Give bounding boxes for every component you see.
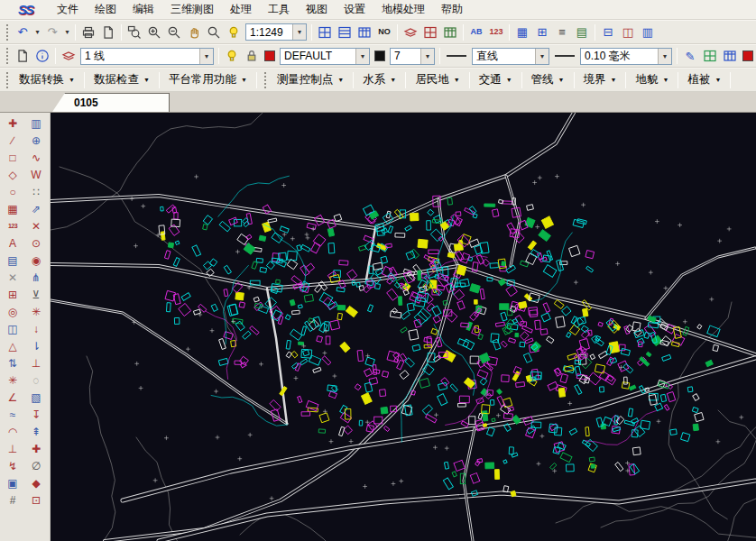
menu-item-1[interactable]: 绘图 [87, 0, 124, 20]
cass-tool-button-1[interactable]: 数据检查▼ [88, 69, 156, 91]
undo-icon[interactable]: ↶ [13, 23, 32, 42]
menu-item-2[interactable]: 编辑 [124, 0, 162, 20]
menu-item-0[interactable]: 文件 [49, 0, 87, 20]
toolbar-grip[interactable] [5, 47, 9, 65]
layer-states-icon[interactable] [440, 23, 460, 42]
xor-icon[interactable]: ⊻ [26, 286, 46, 303]
rectangle-icon[interactable]: □ [3, 149, 23, 166]
fork-icon[interactable]: ⋔ [26, 269, 46, 286]
solid-diamond-icon[interactable]: ◆ [26, 474, 46, 491]
circle-icon[interactable]: ○ [3, 183, 23, 200]
zoom-window-icon[interactable] [124, 23, 144, 42]
flip-icon[interactable]: ⇅ [3, 354, 23, 371]
scale-combo[interactable]: 1:1249▾ [245, 23, 307, 41]
menu-item-9[interactable]: 帮助 [433, 0, 471, 20]
cass-feature-button-3[interactable]: 交通▼ [473, 69, 519, 91]
donut-icon[interactable]: ◎ [3, 303, 23, 320]
menu-item-5[interactable]: 工具 [260, 0, 298, 20]
zoom-extents-icon[interactable] [204, 23, 224, 42]
hash-icon[interactable]: # [3, 491, 23, 509]
cass-feature-button-1[interactable]: 水系▼ [356, 69, 402, 91]
line-icon[interactable]: ∕ [3, 132, 23, 149]
viewport-table-icon[interactable] [355, 23, 374, 42]
arrow-down-icon[interactable]: ↓ [26, 320, 46, 337]
array-icon[interactable]: ⊞ [532, 23, 552, 42]
snap-grid-icon[interactable] [700, 46, 720, 66]
w-symbol-icon[interactable]: W [26, 166, 46, 183]
rows-icon[interactable]: ▥ [638, 23, 658, 42]
pan-icon[interactable] [184, 23, 204, 42]
hatch2-icon[interactable]: ▧ [26, 389, 46, 406]
dropdown-arrow-icon[interactable]: ▾ [535, 49, 549, 64]
print-icon[interactable] [78, 23, 98, 42]
half-arrow-icon[interactable]: ⇂ [26, 337, 46, 354]
edit-properties-icon[interactable]: ✎ [680, 46, 700, 66]
angle-icon[interactable]: ∠ [3, 389, 23, 406]
toolbar-grip[interactable] [5, 23, 9, 41]
brightness-icon[interactable] [224, 23, 244, 42]
layer-on-icon[interactable] [222, 46, 242, 66]
linetype-combo[interactable]: 直线▾ [472, 48, 549, 65]
diamond-icon[interactable]: ◇ [3, 166, 23, 183]
layer-manager-icon[interactable] [59, 46, 78, 66]
redo-dropdown-icon[interactable]: ▾ [62, 23, 72, 42]
globe-icon[interactable]: ⊕ [26, 132, 46, 149]
insert-icon[interactable]: ↧ [26, 406, 46, 423]
menu-item-8[interactable]: 地模处理 [373, 0, 433, 20]
current-color-swatch[interactable] [264, 50, 275, 61]
match-properties-swatch[interactable] [742, 50, 753, 61]
star-icon[interactable]: ✳ [26, 303, 46, 320]
target-icon[interactable]: ◉ [26, 252, 46, 269]
points-icon[interactable]: ∷ [26, 183, 46, 200]
new-drawing-icon[interactable] [13, 46, 32, 66]
perpendicular-icon[interactable]: ⊥ [3, 440, 23, 457]
text-style-icon[interactable]: AB [466, 23, 486, 42]
zoom-out-icon[interactable] [164, 23, 184, 42]
dashed-circle-icon[interactable]: ◌ [26, 371, 46, 389]
arc-icon[interactable]: ◠ [3, 423, 23, 440]
hatch-icon[interactable]: ▦ [3, 200, 23, 217]
layer-combo[interactable]: 1 线▾ [80, 48, 214, 65]
region-icon[interactable]: ▣ [3, 474, 23, 491]
split-view-icon[interactable]: ◫ [618, 23, 638, 42]
menu-item-7[interactable]: 设置 [336, 0, 373, 20]
drawing-canvas[interactable] [51, 113, 756, 541]
color-combo[interactable]: DEFAULT▾ [280, 48, 370, 65]
dropdown-arrow-icon[interactable]: ▾ [355, 49, 369, 64]
preview-icon[interactable] [98, 23, 118, 42]
triangle-icon[interactable]: △ [3, 337, 23, 354]
toolbar-grip[interactable] [5, 71, 9, 89]
undo-dropdown-icon[interactable]: ▾ [32, 23, 42, 42]
cass-feature-button-2[interactable]: 居民地▼ [409, 69, 466, 91]
perp2-icon[interactable]: ⊥ [26, 354, 46, 371]
cass-feature-button-6[interactable]: 地貌▼ [629, 69, 675, 91]
spline-icon[interactable]: ∿ [26, 149, 46, 166]
dropdown-arrow-icon[interactable]: ▾ [292, 24, 306, 40]
pageup-icon[interactable]: ⇞ [26, 423, 46, 440]
plus-icon[interactable]: ✚ [26, 440, 46, 457]
text-icon[interactable]: A [3, 234, 23, 252]
info-icon[interactable] [32, 46, 52, 66]
dropdown-arrow-icon[interactable]: ▾ [420, 49, 434, 64]
properties-table-icon[interactable] [720, 46, 740, 66]
menu-item-4[interactable]: 处理 [222, 0, 260, 20]
delete-icon[interactable]: ✕ [3, 269, 23, 286]
layer-freeze-icon[interactable] [401, 23, 420, 42]
wave-icon[interactable]: ≈ [3, 406, 23, 423]
layer-isolate-icon[interactable] [420, 23, 440, 42]
cass-feature-button-5[interactable]: 境界▼ [577, 69, 623, 91]
redo-icon[interactable]: ↷ [42, 23, 62, 42]
dimension-style-icon[interactable]: 123 [486, 23, 506, 42]
lineweight-combo[interactable]: 7▾ [390, 48, 435, 65]
arrow-ne-icon[interactable]: ⇗ [26, 200, 46, 217]
viewport-single-icon[interactable] [315, 23, 335, 42]
sheet-icon[interactable]: ▤ [572, 23, 592, 42]
layer-lock-icon[interactable] [242, 46, 262, 66]
null-icon[interactable]: ∅ [26, 457, 46, 474]
numbers-icon[interactable]: 123 [3, 217, 23, 234]
dropdown-arrow-icon[interactable]: ▾ [658, 49, 671, 64]
zoom-in-icon[interactable] [144, 23, 164, 42]
copy-icon[interactable]: ▥ [26, 115, 46, 132]
dropdown-arrow-icon[interactable]: ▾ [199, 49, 213, 64]
map-drawing[interactable] [51, 113, 756, 541]
